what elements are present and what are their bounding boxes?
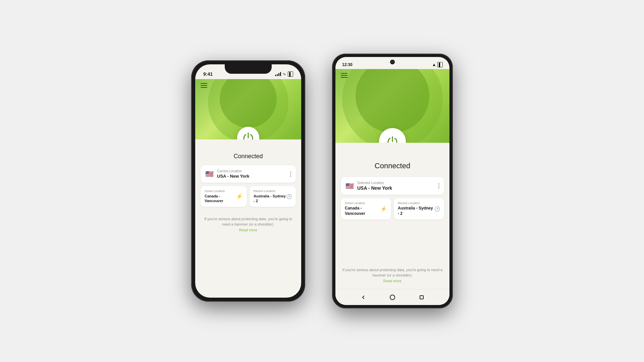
iphone-notch bbox=[225, 64, 272, 74]
lightning-icon: ⚡ bbox=[236, 193, 243, 199]
battery-icon: ▌ bbox=[288, 71, 293, 77]
iphone-status-icons: ∿ ▌ bbox=[275, 71, 293, 77]
iphone-smart-location-card[interactable]: Smart Location Canada - Vancouver ⚡ bbox=[201, 186, 247, 207]
android-battery-icon: ▌ bbox=[437, 62, 443, 67]
power-icon bbox=[242, 132, 254, 139]
android-power-wrapper bbox=[379, 128, 406, 143]
android-bottom: Connected 🇺🇸 Selected Location USA - New… bbox=[335, 143, 449, 289]
iphone-footer: If you're serious about protecting data,… bbox=[201, 214, 296, 233]
android-smart-label: Smart Location bbox=[345, 201, 380, 205]
android-recent-location: Australia - Sydney - 2 bbox=[398, 206, 434, 216]
signal-icon bbox=[275, 72, 281, 76]
android-read-more[interactable]: Read more bbox=[383, 279, 401, 283]
iphone-small-cards: Smart Location Canada - Vancouver ⚡ Rece… bbox=[201, 186, 296, 207]
android-hero bbox=[335, 69, 449, 143]
android-selected-location-card[interactable]: 🇺🇸 Selected Location USA - New York bbox=[341, 177, 444, 195]
iphone-recent-location: Australia - Sydney - 2 bbox=[254, 194, 286, 203]
iphone-recent-label: Recent Location bbox=[254, 189, 286, 193]
android-selected-location: USA - New York bbox=[357, 185, 392, 191]
android-recent-label: Recent Location bbox=[398, 201, 434, 205]
android-screen: 12:30 ▲ ▌ bbox=[335, 57, 449, 305]
iphone-power-button[interactable] bbox=[237, 127, 259, 139]
android-camera bbox=[390, 60, 395, 64]
android-more-options[interactable] bbox=[438, 183, 439, 188]
iphone-current-location-card[interactable]: 🇺🇸 Current Location USA - New York bbox=[201, 165, 296, 183]
iphone-bottom: Connected 🇺🇸 Current Location USA - New … bbox=[195, 139, 301, 237]
iphone-smart-location: Canada - Vancouver bbox=[205, 194, 236, 203]
android-flag: 🇺🇸 bbox=[345, 182, 354, 190]
iphone-current-label: Current Location bbox=[217, 169, 250, 173]
iphone-screen: 9:41 ∿ ▌ bbox=[195, 64, 301, 298]
android-time: 12:30 bbox=[342, 62, 353, 67]
android-small-cards: Smart Location Canada - Vancouver ⚡ Rece… bbox=[341, 198, 444, 220]
android-app-content: Connected 🇺🇸 Selected Location USA - New… bbox=[335, 69, 449, 289]
clock-icon: 🕐 bbox=[286, 194, 292, 199]
android-status-icons: ▲ ▌ bbox=[432, 62, 443, 67]
iphone-time: 9:41 bbox=[203, 71, 213, 77]
iphone-device: 9:41 ∿ ▌ bbox=[191, 60, 305, 302]
android-footer: If you're serious about protecting data,… bbox=[341, 264, 444, 284]
iphone-more-options[interactable] bbox=[290, 172, 291, 177]
android-home-button[interactable] bbox=[389, 294, 396, 301]
android-device: 12:30 ▲ ▌ bbox=[332, 54, 453, 308]
iphone-connected-label: Connected bbox=[201, 153, 296, 160]
iphone-app-content: Connected 🇺🇸 Current Location USA - New … bbox=[195, 79, 301, 237]
android-back-button[interactable] bbox=[360, 294, 367, 301]
android-power-button[interactable] bbox=[379, 128, 406, 143]
iphone-hero bbox=[195, 79, 301, 139]
android-recent-location-card[interactable]: Recent Location Australia - Sydney - 2 🕐 bbox=[394, 198, 444, 220]
android-menu-icon[interactable] bbox=[341, 73, 347, 78]
android-selected-label: Selected Location bbox=[357, 181, 392, 185]
android-smart-location-card[interactable]: Smart Location Canada - Vancouver ⚡ bbox=[341, 198, 391, 220]
android-nav-bar bbox=[335, 289, 449, 305]
iphone-menu-icon[interactable] bbox=[201, 83, 207, 88]
iphone-power-wrapper bbox=[237, 127, 259, 139]
android-recents-button[interactable] bbox=[418, 294, 425, 301]
iphone-read-more[interactable]: Read more bbox=[239, 228, 257, 232]
android-wifi-icon: ▲ bbox=[432, 62, 436, 67]
iphone-recent-location-card[interactable]: Recent Location Australia - Sydney - 2 🕐 bbox=[250, 186, 296, 207]
iphone-flag: 🇺🇸 bbox=[205, 170, 214, 178]
iphone-smart-label: Smart Location bbox=[205, 189, 236, 193]
android-smart-location: Canada - Vancouver bbox=[345, 206, 380, 216]
android-power-icon bbox=[386, 135, 398, 143]
android-clock-icon: 🕐 bbox=[434, 206, 440, 212]
phones-container: 9:41 ∿ ▌ bbox=[191, 54, 453, 308]
android-connected-label: Connected bbox=[341, 162, 444, 170]
wifi-icon: ∿ bbox=[283, 72, 286, 76]
iphone-current-location: USA - New York bbox=[217, 174, 250, 179]
android-lightning-icon: ⚡ bbox=[380, 206, 387, 212]
